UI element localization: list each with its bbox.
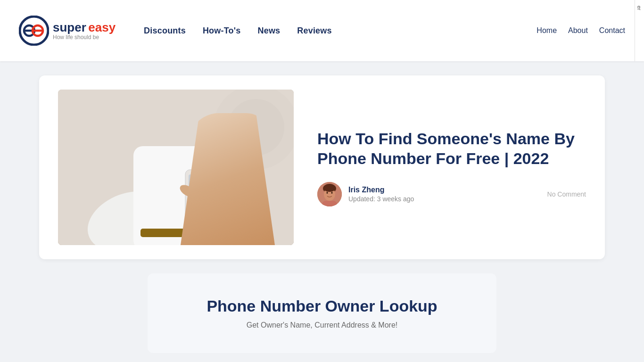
main-content: How To Find Someone's Name By Phone Numb… xyxy=(20,61,624,362)
svg-point-12 xyxy=(206,165,220,193)
logo-tagline: How life should be xyxy=(53,34,116,40)
article-info: How To Find Someone's Name By Phone Numb… xyxy=(317,129,586,206)
main-nav: Discounts How-To's News Reviews xyxy=(144,26,537,36)
site-header: super easy How life should be Discounts … xyxy=(0,0,644,61)
svg-rect-11 xyxy=(189,174,220,226)
svg-point-14 xyxy=(225,169,234,190)
svg-rect-10 xyxy=(185,170,223,236)
lookup-title: Phone Number Owner Lookup xyxy=(166,297,478,315)
phone-image-simulation xyxy=(58,90,294,245)
svg-point-24 xyxy=(327,192,328,194)
svg-point-23 xyxy=(323,184,336,192)
article-title: How To Find Someone's Name By Phone Numb… xyxy=(317,129,586,169)
svg-rect-17 xyxy=(140,229,225,237)
right-nav: Home About Contact xyxy=(537,26,625,35)
article-image xyxy=(58,90,294,245)
nav-news[interactable]: News xyxy=(257,26,280,36)
svg-point-19 xyxy=(228,99,284,156)
author-details: Iris Zheng Updated: 3 weeks ago xyxy=(348,186,541,203)
search-panel-text: Searhier xyxy=(635,4,644,14)
author-avatar xyxy=(317,182,342,206)
no-comment-label: No Comment xyxy=(547,190,586,198)
svg-point-25 xyxy=(331,192,333,194)
logo-text: super easy How life should be xyxy=(53,21,116,40)
svg-point-13 xyxy=(217,166,227,190)
nav-contact[interactable]: Contact xyxy=(599,26,625,35)
logo-svg xyxy=(19,16,49,46)
nav-home[interactable]: Home xyxy=(537,26,557,35)
author-name: Iris Zheng xyxy=(348,186,541,194)
svg-point-15 xyxy=(200,170,214,194)
nav-howtos[interactable]: How-To's xyxy=(203,26,241,36)
nav-discounts[interactable]: Discounts xyxy=(144,26,186,36)
article-hero-card: How To Find Someone's Name By Phone Numb… xyxy=(39,75,605,259)
nav-reviews[interactable]: Reviews xyxy=(297,26,331,36)
author-date: Updated: 3 weeks ago xyxy=(348,195,541,203)
nav-about[interactable]: About xyxy=(568,26,588,35)
lookup-section: Phone Number Owner Lookup Get Owner's Na… xyxy=(148,273,496,353)
article-illustration xyxy=(58,90,294,245)
lookup-subtitle: Get Owner's Name, Current Address & More… xyxy=(166,321,478,329)
avatar-svg xyxy=(317,182,342,206)
svg-rect-26 xyxy=(322,201,337,206)
site-logo[interactable]: super easy How life should be xyxy=(19,16,116,46)
search-panel[interactable]: Searhier xyxy=(635,0,644,61)
author-row: Iris Zheng Updated: 3 weeks ago No Comme… xyxy=(317,182,586,206)
logo-super: super easy xyxy=(53,21,116,33)
